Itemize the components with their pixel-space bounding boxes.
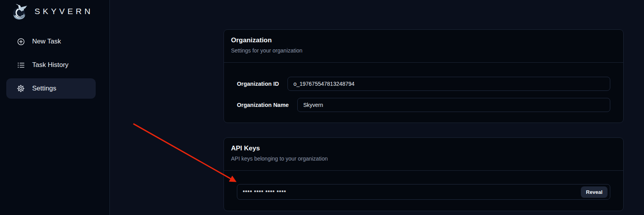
api-keys-card-body: Reveal (224, 171, 623, 200)
api-keys-card-title: API Keys (231, 145, 616, 152)
sidebar-nav: New Task Task History (6, 31, 96, 102)
plus-circle-icon (16, 37, 25, 46)
skyvern-dragon-logo-icon (9, 1, 30, 22)
logo[interactable]: SKYVERN (9, 1, 93, 22)
api-keys-card-header: API Keys API keys belonging to your orga… (224, 138, 623, 171)
sidebar-item-task-history[interactable]: Task History (6, 55, 96, 75)
gear-icon (16, 84, 25, 93)
organization-id-label: Organization ID (237, 81, 279, 87)
api-keys-card: API Keys API keys belonging to your orga… (224, 137, 624, 211)
sidebar-item-label: Task History (32, 61, 69, 69)
sidebar-item-settings[interactable]: Settings (6, 78, 96, 99)
organization-name-label: Organization Name (237, 102, 289, 108)
organization-id-input[interactable] (287, 77, 610, 91)
sidebar-item-label: Settings (32, 85, 56, 92)
app-root: SKYVERN New Task Task History (0, 0, 644, 215)
organization-card: Organization Settings for your organizat… (224, 29, 624, 123)
api-key-field: Reveal (237, 184, 610, 200)
logo-text: SKYVERN (35, 7, 93, 16)
api-keys-card-subtitle: API keys belonging to your organization (231, 155, 616, 162)
organization-card-subtitle: Settings for your organization (231, 47, 616, 54)
organization-card-title: Organization (231, 36, 616, 44)
list-icon (16, 61, 25, 69)
organization-name-row: Organization Name (237, 98, 610, 112)
organization-card-body: Organization ID Organization Name (224, 63, 623, 112)
sidebar-item-new-task[interactable]: New Task (6, 31, 96, 52)
main-content: Organization Settings for your organizat… (110, 0, 644, 215)
sidebar-item-label: New Task (32, 38, 61, 45)
reveal-button[interactable]: Reveal (581, 186, 608, 198)
organization-name-input[interactable] (297, 98, 610, 112)
organization-id-row: Organization ID (237, 77, 610, 91)
sidebar: SKYVERN New Task Task History (0, 0, 110, 215)
api-key-masked-input[interactable] (243, 189, 581, 195)
organization-card-header: Organization Settings for your organizat… (224, 30, 623, 63)
